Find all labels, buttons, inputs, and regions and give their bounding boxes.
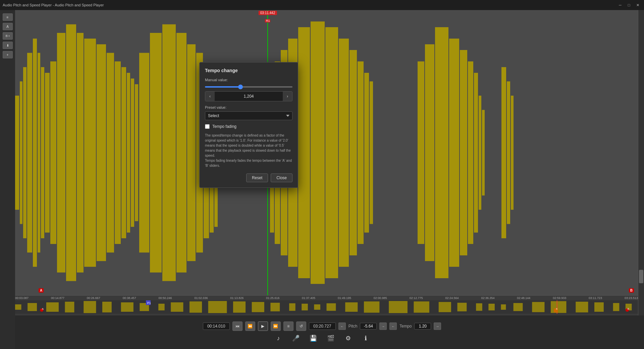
title-text: Audio Pitch and Speed Player - Audio Pit… <box>3 3 104 7</box>
svg-rect-73 <box>314 304 320 310</box>
svg-rect-43 <box>425 44 434 261</box>
time-right-display: 03:20.727 <box>309 322 336 330</box>
svg-rect-85 <box>532 302 544 312</box>
music-icon-btn[interactable]: ♪ <box>274 334 283 343</box>
reset-button[interactable]: Reset <box>246 173 268 182</box>
tempo-left-button[interactable]: ← <box>389 322 397 330</box>
ts-4: 00:38.457 <box>123 296 136 300</box>
svg-rect-72 <box>302 304 308 310</box>
info-icon-btn[interactable]: ℹ <box>361 334 370 343</box>
svg-rect-48 <box>474 73 478 233</box>
main-waveform: 03:11.442 R1 A B <box>15 10 638 295</box>
tempo-fading-row: Tempo fading <box>205 124 292 129</box>
add-btn[interactable]: + <box>3 51 13 58</box>
waveform-svg <box>15 10 638 295</box>
tempo-dialog: Tempo change Manual value: ‹ › Preset va… <box>199 62 298 188</box>
svg-rect-42 <box>418 61 424 244</box>
svg-rect-1 <box>15 96 19 210</box>
vertical-scrollbar[interactable] <box>638 10 644 315</box>
dialog-title: Tempo change <box>205 68 292 73</box>
svg-rect-24 <box>176 33 186 272</box>
tempo-label: Tempo <box>399 324 412 329</box>
svg-rect-53 <box>511 96 514 210</box>
download-btn[interactable]: ⬇ <box>3 42 13 49</box>
dialog-buttons: Reset Close <box>205 173 292 182</box>
time-left-display: 00:14.010 <box>203 322 230 330</box>
svg-rect-17 <box>121 67 126 238</box>
svg-rect-77 <box>389 301 408 313</box>
ts-14: 02:36.354 <box>481 296 494 300</box>
close-button[interactable]: Close <box>271 173 292 182</box>
tempo-fading-checkbox[interactable] <box>205 124 210 129</box>
svg-rect-50 <box>482 110 485 196</box>
svg-rect-78 <box>414 301 429 313</box>
rewind-button[interactable]: ⏮ <box>232 321 243 331</box>
mini-waveform[interactable]: P1 A B X <box>15 300 638 314</box>
svg-rect-40 <box>364 73 369 233</box>
value-input-field[interactable] <box>215 93 283 100</box>
maximize-button[interactable]: □ <box>625 2 633 8</box>
pitch-value: -5.64 <box>360 323 377 330</box>
svg-rect-64 <box>158 304 165 310</box>
svg-rect-65 <box>171 302 183 312</box>
ts-10: 01:49.195 <box>338 296 351 300</box>
manual-slider-row <box>205 84 292 89</box>
ts-1: 00:03.087 <box>15 296 29 300</box>
svg-rect-12 <box>77 33 84 272</box>
playhead-r-label: R1 <box>265 19 270 22</box>
ts-2: 00:14.877 <box>51 296 64 300</box>
svg-rect-67 <box>208 301 227 313</box>
svg-rect-47 <box>468 61 473 244</box>
svg-rect-14 <box>97 44 106 261</box>
svg-rect-9 <box>50 61 56 244</box>
svg-rect-51 <box>501 67 506 238</box>
svg-rect-37 <box>339 39 349 267</box>
svg-rect-7 <box>41 67 44 238</box>
tempo-right-button[interactable]: → <box>434 322 441 330</box>
svg-rect-36 <box>325 27 338 278</box>
playhead-marker-stem <box>267 15 268 19</box>
svg-rect-89 <box>613 303 620 311</box>
svg-rect-25 <box>187 44 196 261</box>
value-increment-button[interactable]: › <box>283 92 292 101</box>
ts-7: 01:13.826 <box>230 296 244 300</box>
svg-rect-22 <box>150 33 162 272</box>
skip-back-button[interactable]: ⏪ <box>245 321 255 331</box>
svg-rect-57 <box>28 303 37 311</box>
video-icon-btn[interactable]: 🎬 <box>326 334 335 343</box>
a-marker-btn[interactable]: A <box>3 23 13 30</box>
minimize-button[interactable]: ─ <box>616 2 624 8</box>
scrollbar-thumb[interactable] <box>639 270 643 283</box>
controls-bar: 00:14.010 ⏮ ⏪ ▶ ⏩ ≡ ↺ 03:20.727 ← Pitch … <box>0 315 644 349</box>
sidebar: ≡ A B ▪ ⬇ + <box>0 10 15 349</box>
loop-button[interactable]: ↺ <box>296 321 306 331</box>
preset-select[interactable]: Select 0.5 (half speed) 0.75 1.0 (normal… <box>205 111 292 120</box>
svg-text:B: B <box>627 307 629 310</box>
ts-3: 00:26.667 <box>87 296 100 300</box>
playhead-time: 03:11.442 <box>259 11 277 15</box>
mic-icon-btn[interactable]: 🎤 <box>291 334 301 343</box>
waveform-display: 03:11.442 R1 A B <box>15 10 638 295</box>
pitch-left-button[interactable]: ← <box>338 322 346 330</box>
manual-value-slider[interactable] <box>205 86 292 88</box>
b-marker-btn[interactable]: B ▪ <box>3 32 13 40</box>
timeline-timestamps: 00:03.087 00:14.877 00:26.667 00:38.457 … <box>15 296 638 300</box>
value-decrement-button[interactable]: ‹ <box>205 92 215 101</box>
svg-rect-86 <box>551 301 566 313</box>
svg-rect-5 <box>33 39 37 267</box>
svg-rect-2 <box>20 82 22 224</box>
svg-rect-56 <box>15 304 21 310</box>
ts-8: 01:25.616 <box>266 296 279 300</box>
settings-icon-btn[interactable]: ⚙ <box>343 334 353 343</box>
value-input-row: ‹ › <box>205 91 292 101</box>
pitch-right-button[interactable]: → <box>379 322 387 330</box>
skip-forward-button[interactable]: ⏩ <box>271 321 281 331</box>
play-button[interactable]: ▶ <box>258 321 268 331</box>
marker-b-label: B <box>629 288 634 293</box>
close-button[interactable]: ✕ <box>634 2 641 8</box>
ts-17: 03:11.723 <box>589 296 602 300</box>
save-icon-btn[interactable]: 💾 <box>309 334 318 343</box>
mixer-button[interactable]: ≡ <box>283 321 293 331</box>
svg-rect-75 <box>345 302 358 312</box>
menu-btn[interactable]: ≡ <box>3 13 13 21</box>
